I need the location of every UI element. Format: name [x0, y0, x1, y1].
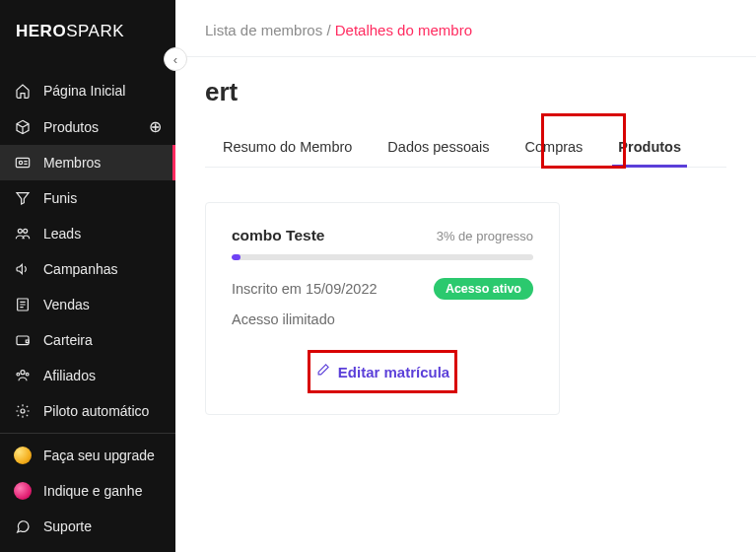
svg-point-2 [18, 229, 22, 233]
tab-purchases[interactable]: Compras [508, 129, 601, 167]
sidebar-item-label: Página Inicial [43, 83, 162, 99]
funnel-icon [14, 189, 32, 207]
pencil-icon [315, 363, 330, 380]
wallet-icon [14, 331, 32, 349]
receipt-icon [14, 296, 32, 313]
sidebar-item-label: Afiliados [43, 368, 162, 383]
sidebar-item-sales[interactable]: Vendas [0, 287, 175, 322]
logo-spark: SPARK [66, 22, 124, 40]
sidebar-item-upgrade[interactable]: Faça seu upgrade [0, 438, 175, 473]
tab-products[interactable]: Produtos [600, 129, 699, 167]
sidebar-item-invite[interactable]: Indique e ganhe [0, 473, 175, 509]
product-card: combo Teste 3% de progresso Inscrito em … [205, 202, 560, 415]
sidebar: HEROSPARK ‹ Página Inicial Produtos ⊕ Me… [0, 0, 175, 552]
breadcrumb-parent[interactable]: Lista de membros [205, 22, 322, 38]
svg-point-6 [21, 371, 25, 375]
gift-icon [14, 482, 32, 500]
sidebar-item-label: Membros [43, 155, 162, 171]
sidebar-item-support[interactable]: Suporte [0, 509, 175, 544]
status-badge: Acesso ativo [434, 278, 533, 300]
edit-enrollment-button[interactable]: Editar matrícula [296, 351, 469, 392]
tabs: Resumo do Membro Dados pessoais Compras … [205, 129, 726, 168]
svg-point-8 [26, 373, 29, 376]
sidebar-item-members[interactable]: Membros [0, 145, 175, 180]
breadcrumb-separator: / [322, 22, 335, 38]
members-icon [14, 154, 32, 172]
plus-icon[interactable]: ⊕ [149, 117, 162, 136]
enrolled-date: Inscrito em 15/09/2022 [232, 281, 378, 297]
access-type: Acesso ilimitado [232, 311, 533, 327]
sidebar-item-funnels[interactable]: Funis [0, 180, 175, 216]
tab-personal-data[interactable]: Dados pessoais [370, 129, 507, 167]
divider [0, 433, 175, 434]
main: Lista de membros / Detalhes do membro er… [175, 0, 756, 552]
content: ert Resumo do Membro Dados pessoais Comp… [175, 57, 756, 435]
sidebar-item-label: Carteira [43, 332, 162, 348]
enrollment-row: Inscrito em 15/09/2022 Acesso ativo [232, 278, 533, 300]
tab-member-summary[interactable]: Resumo do Membro [205, 129, 370, 167]
sidebar-item-products[interactable]: Produtos ⊕ [0, 108, 175, 145]
upgrade-icon [14, 447, 32, 464]
sidebar-item-wallet[interactable]: Carteira [0, 322, 175, 358]
sidebar-item-label: Piloto automático [43, 403, 162, 419]
page-title: ert [205, 77, 726, 107]
box-icon [14, 118, 32, 136]
sidebar-item-home[interactable]: Página Inicial [0, 73, 175, 108]
progress-bar [232, 254, 533, 260]
breadcrumb: Lista de membros / Detalhes do membro [175, 0, 756, 57]
sidebar-item-label: Indique e ganhe [43, 483, 142, 499]
edit-wrapper: Editar matrícula [232, 351, 533, 392]
collapse-sidebar-button[interactable]: ‹ [164, 47, 187, 71]
sidebar-item-affiliates[interactable]: Afiliados [0, 358, 175, 393]
card-header: combo Teste 3% de progresso [232, 227, 533, 244]
sidebar-item-label: Funis [43, 190, 162, 206]
sidebar-item-campaigns[interactable]: Campanhas [0, 251, 175, 287]
svg-point-1 [19, 161, 22, 164]
gear-icon [14, 402, 32, 420]
people-icon [14, 225, 32, 242]
chat-icon [14, 518, 32, 535]
chevron-left-icon: ‹ [173, 52, 177, 67]
sidebar-item-autopilot[interactable]: Piloto automático [0, 393, 175, 429]
megaphone-icon [14, 260, 32, 278]
sidebar-item-label: Suporte [43, 518, 92, 534]
svg-point-9 [21, 409, 25, 413]
sidebar-item-label: Vendas [43, 297, 162, 312]
sidebar-item-label: Campanhas [43, 261, 162, 277]
svg-point-3 [24, 229, 28, 233]
home-icon [14, 82, 32, 100]
logo-hero: HERO [16, 22, 66, 40]
breadcrumb-current: Detalhes do membro [335, 22, 472, 38]
progress-fill [232, 254, 241, 260]
edit-label: Editar matrícula [338, 364, 449, 380]
svg-point-7 [17, 373, 20, 376]
progress-text: 3% de progresso [437, 229, 533, 243]
sidebar-item-label: Leads [43, 226, 162, 242]
group-icon [14, 367, 32, 384]
logo[interactable]: HEROSPARK [0, 0, 175, 63]
sidebar-item-label: Produtos [43, 119, 149, 135]
sidebar-item-label: Faça seu upgrade [43, 448, 155, 463]
product-title: combo Teste [232, 227, 324, 244]
nav: Página Inicial Produtos ⊕ Membros Funis … [0, 73, 175, 544]
sidebar-item-leads[interactable]: Leads [0, 216, 175, 251]
